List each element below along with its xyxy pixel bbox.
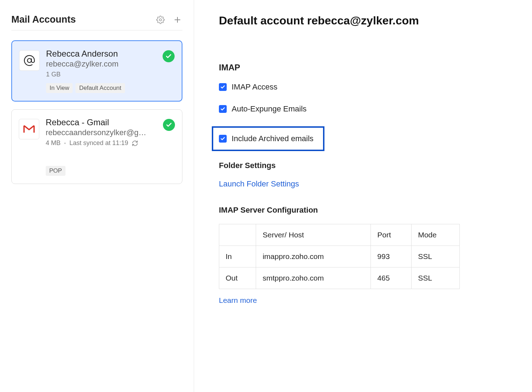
account-badges: POP <box>46 166 157 176</box>
cell-port: 993 <box>371 246 412 267</box>
account-email: rebeccaandersonzylker@g… <box>46 128 152 137</box>
page-title-prefix: Default account <box>219 14 307 27</box>
badge-in-view: In View <box>46 83 73 93</box>
table-row: Out smtppro.zoho.com 465 SSL <box>219 267 460 289</box>
account-badges: In View Default Account <box>46 83 156 93</box>
imap-heading: IMAP <box>219 63 511 73</box>
table-row: In imappro.zoho.com 993 SSL <box>219 246 460 267</box>
imap-server-config-heading: IMAP Server Configuration <box>219 206 511 215</box>
auto-expunge-label: Auto-Expunge Emails <box>232 104 307 114</box>
learn-more-link[interactable]: Learn more <box>219 296 257 304</box>
account-size: 1 GB <box>46 71 61 78</box>
account-info: Rebecca Anderson rebecca@zylker.com 1 GB… <box>46 49 156 93</box>
svg-point-0 <box>159 19 162 21</box>
meta-separator: • <box>64 140 66 146</box>
auto-expunge-row[interactable]: Auto-Expunge Emails <box>219 104 511 114</box>
account-name: Rebecca - Gmail <box>46 117 157 127</box>
cell-host: smtppro.zoho.com <box>256 267 371 289</box>
page-title-email: rebecca@zylker.com <box>307 14 419 27</box>
sidebar-title: Mail Accounts <box>11 14 76 25</box>
include-archived-row[interactable]: Include Archived emails <box>212 126 324 151</box>
page-title: Default account rebecca@zylker.com <box>219 14 511 27</box>
table-header-row: Server/ Host Port Mode <box>219 224 460 246</box>
include-archived-label: Include Archived emails <box>232 134 313 143</box>
account-meta: 1 GB <box>46 71 156 78</box>
checkbox-checked-icon[interactable] <box>219 105 227 113</box>
badge-pop: POP <box>46 166 66 176</box>
account-email: rebecca@zylker.com <box>46 59 152 69</box>
cell-port: 465 <box>371 267 412 289</box>
cell-dir: Out <box>219 267 256 289</box>
th-host: Server/ Host <box>256 224 371 246</box>
account-name: Rebecca Anderson <box>46 49 156 59</box>
cell-dir: In <box>219 246 256 267</box>
cell-mode: SSL <box>412 267 460 289</box>
account-meta: 4 MB • Last synced at 11:19 <box>46 139 157 147</box>
th-dir <box>219 224 256 246</box>
badge-default-account: Default Account <box>75 83 125 93</box>
checkbox-checked-icon[interactable] <box>219 135 227 143</box>
imap-access-row[interactable]: IMAP Access <box>219 82 511 92</box>
checkbox-checked-icon[interactable] <box>219 83 227 91</box>
check-icon <box>163 50 175 62</box>
check-icon <box>163 119 175 131</box>
main-panel: Default account rebecca@zylker.com IMAP … <box>194 0 532 392</box>
account-card-rebecca-gmail[interactable]: Rebecca - Gmail rebeccaandersonzylker@g…… <box>11 109 182 184</box>
cell-host: imappro.zoho.com <box>256 246 371 267</box>
cell-mode: SSL <box>412 246 460 267</box>
account-card-rebecca-zylker[interactable]: Rebecca Anderson rebecca@zylker.com 1 GB… <box>11 40 182 102</box>
sidebar: Mail Accounts Rebecca Anderson <box>0 0 194 392</box>
refresh-icon[interactable] <box>132 140 138 146</box>
account-info: Rebecca - Gmail rebeccaandersonzylker@g…… <box>46 117 157 176</box>
launch-folder-settings-link[interactable]: Launch Folder Settings <box>219 179 299 189</box>
sidebar-header: Mail Accounts <box>11 14 182 30</box>
account-size: 4 MB <box>46 139 61 147</box>
server-config-table: Server/ Host Port Mode In imappro.zoho.c… <box>219 224 460 289</box>
imap-access-label: IMAP Access <box>232 82 277 92</box>
account-sync-info: Last synced at 11:19 <box>69 139 128 147</box>
gear-icon[interactable] <box>155 15 165 25</box>
plus-icon[interactable] <box>172 15 182 25</box>
svg-point-3 <box>27 58 31 62</box>
th-mode: Mode <box>412 224 460 246</box>
sidebar-actions <box>155 15 182 25</box>
gmail-icon <box>19 119 39 139</box>
at-icon <box>19 50 40 71</box>
folder-settings-heading: Folder Settings <box>219 161 511 170</box>
th-port: Port <box>371 224 412 246</box>
